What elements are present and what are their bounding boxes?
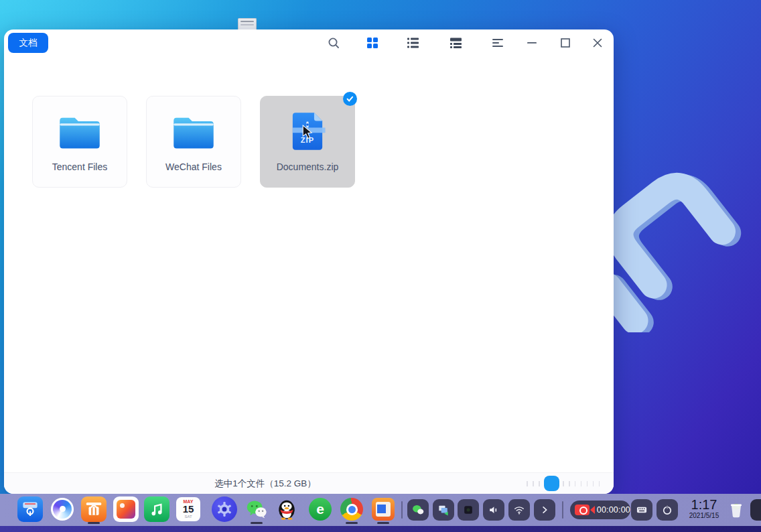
trash-icon <box>727 499 746 519</box>
titlebar: 文档 <box>4 29 614 56</box>
tray-edge-partial-icon[interactable] <box>750 499 761 521</box>
icon-size-slider[interactable] <box>527 480 602 487</box>
dock-screen-recorder[interactable] <box>370 496 396 522</box>
file-name: WeChat Files <box>147 161 240 172</box>
view-detail-button[interactable] <box>444 31 467 54</box>
display-switch-icon <box>437 503 450 517</box>
taskbar-clock[interactable]: 1:17 2021/5/15 <box>685 497 723 520</box>
dock-e-browser[interactable]: e <box>307 496 333 522</box>
file-card-documents-zip[interactable]: ZIP Documents.zip <box>260 96 355 188</box>
app-store-icon <box>84 499 104 519</box>
tray-dark-app[interactable] <box>458 499 479 521</box>
folder-icon <box>171 114 216 151</box>
desktop: 文档 <box>0 0 761 532</box>
search-button[interactable] <box>322 31 345 54</box>
tray-display-switch[interactable] <box>433 499 454 521</box>
dark-app-icon <box>462 503 475 517</box>
wechat-tray-icon <box>411 503 425 517</box>
gear-icon <box>215 500 234 519</box>
dock-file-manager[interactable] <box>17 496 43 522</box>
grid-view-icon <box>366 37 378 49</box>
dock-browser[interactable] <box>50 496 75 522</box>
screen-recorder-icon <box>372 498 395 521</box>
tray-power[interactable] <box>656 499 678 521</box>
tab-documents[interactable]: 文档 <box>8 33 48 53</box>
dock-app-store[interactable] <box>81 496 107 522</box>
list-view-icon <box>407 37 419 49</box>
slider-handle[interactable] <box>544 476 559 491</box>
power-icon <box>661 503 674 517</box>
dock-trash[interactable] <box>725 496 748 522</box>
background-mini-window[interactable] <box>238 18 257 29</box>
tray-wifi[interactable] <box>508 499 530 521</box>
tray-wechat[interactable] <box>407 499 429 521</box>
status-bar: 选中1个文件（15.2 GB） <box>4 472 614 494</box>
clock-time: 1:17 <box>685 497 723 512</box>
view-list-button[interactable] <box>401 31 424 54</box>
recording-indicator[interactable]: 00:00:00 <box>570 501 630 519</box>
search-icon <box>327 36 340 50</box>
file-card-tencent-files[interactable]: Tencent Files <box>32 96 127 188</box>
file-manager-icon <box>20 499 40 519</box>
dock-calendar[interactable]: MAY 15 SAT <box>176 496 201 522</box>
file-grid: Tencent Files WeChat Files <box>4 56 614 472</box>
tray-keyboard[interactable] <box>631 499 652 521</box>
keyboard-icon <box>635 503 648 517</box>
dock-music[interactable] <box>144 496 169 522</box>
qq-icon <box>275 498 298 521</box>
image-viewer-icon <box>117 500 135 519</box>
file-name: Tencent Files <box>33 161 127 172</box>
minimize-icon <box>527 38 537 48</box>
browser-icon <box>51 498 74 521</box>
recorder-camera-icon <box>575 505 590 515</box>
taskbar: MAY 15 SAT <box>0 494 761 526</box>
volume-icon <box>487 503 500 517</box>
calendar-icon: MAY 15 SAT <box>176 497 200 521</box>
dock-qq[interactable] <box>274 496 299 522</box>
maximize-icon <box>560 38 571 48</box>
detail-view-icon <box>449 37 462 49</box>
e-browser-icon: e <box>309 498 332 521</box>
selection-status: 选中1个文件（15.2 GB） <box>214 478 316 490</box>
music-icon <box>147 500 166 519</box>
clock-date: 2021/5/15 <box>685 512 723 520</box>
check-icon <box>346 94 354 103</box>
maximize-button[interactable] <box>554 31 577 54</box>
recorder-lens-icon <box>590 506 595 514</box>
chrome-icon <box>340 498 363 521</box>
tray-volume[interactable] <box>483 499 504 521</box>
selected-check-badge <box>343 92 357 106</box>
close-icon <box>592 38 603 48</box>
window-menu-button[interactable] <box>486 31 509 54</box>
wifi-icon <box>512 503 526 517</box>
minimize-button[interactable] <box>521 31 543 54</box>
taskbar-separator <box>562 501 563 519</box>
wallpaper-bottom-edge <box>0 526 761 532</box>
wechat-icon <box>245 498 268 521</box>
file-name: Documents.zip <box>261 161 354 172</box>
dock-control-center[interactable] <box>212 496 237 522</box>
recording-time: 00:00:00 <box>597 505 630 515</box>
folder-icon <box>57 114 102 151</box>
menu-icon <box>492 38 504 48</box>
close-button[interactable] <box>586 31 609 54</box>
view-grid-button[interactable] <box>361 31 384 54</box>
file-manager-window: 文档 <box>4 29 614 494</box>
mouse-cursor <box>302 125 313 139</box>
dock-wechat[interactable] <box>244 496 269 522</box>
dock-chrome[interactable] <box>339 496 364 522</box>
file-card-wechat-files[interactable]: WeChat Files <box>146 96 241 188</box>
slider-ticks <box>527 481 602 486</box>
tray-expand[interactable] <box>534 499 555 521</box>
dock-image-viewer[interactable] <box>113 496 139 522</box>
chevron-right-icon <box>539 504 551 516</box>
taskbar-separator <box>401 501 403 519</box>
